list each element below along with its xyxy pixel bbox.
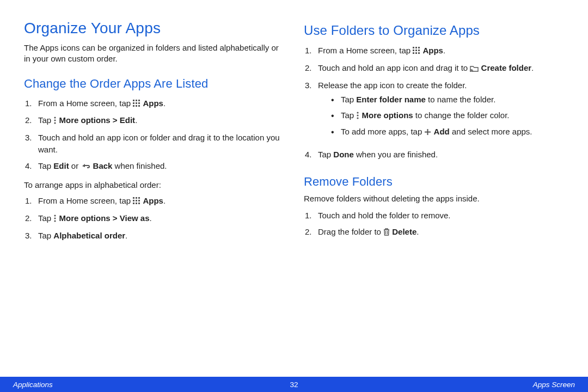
- bold: More options: [362, 111, 413, 120]
- text: To add more apps, tap: [341, 127, 424, 136]
- bold: Enter folder name: [356, 95, 426, 104]
- heading-organize: Organize Your Apps: [24, 20, 284, 37]
- svg-rect-19: [136, 203, 137, 204]
- step: Tap Edit or Back when finished.: [24, 158, 284, 175]
- svg-point-10: [54, 120, 56, 121]
- step: From a Home screen, tap Apps.: [304, 42, 564, 60]
- step: Release the app icon to create the folde…: [304, 77, 564, 146]
- svg-rect-8: [138, 105, 140, 107]
- bold: Edit: [53, 161, 69, 170]
- step: Touch and hold an app icon or folder and…: [24, 130, 284, 158]
- svg-point-36: [357, 112, 359, 113]
- delete-icon: [383, 227, 390, 239]
- bold: Apps: [422, 46, 443, 55]
- bold: More options > View as: [59, 213, 150, 223]
- svg-rect-3: [133, 102, 134, 104]
- text: From a Home screen, tap: [318, 46, 413, 55]
- steps-alphabetical: From a Home screen, tap Apps. Tap More o…: [24, 193, 284, 243]
- steps-change-order: From a Home screen, tap Apps. Tap More o…: [24, 95, 284, 175]
- svg-point-38: [357, 117, 359, 119]
- svg-rect-4: [136, 102, 137, 104]
- create-folder-icon: [470, 63, 479, 75]
- svg-rect-31: [415, 52, 417, 54]
- svg-point-11: [54, 122, 56, 124]
- svg-rect-12: [133, 197, 134, 199]
- svg-rect-27: [413, 50, 414, 51]
- svg-rect-26: [418, 47, 420, 48]
- text: .: [150, 213, 152, 223]
- svg-rect-30: [413, 52, 414, 54]
- more-options-icon: [356, 111, 359, 123]
- svg-point-21: [54, 215, 56, 216]
- bold: Done: [333, 150, 354, 159]
- bold: Apps: [143, 196, 163, 205]
- apps-grid-icon: [133, 99, 140, 111]
- svg-rect-28: [415, 50, 417, 51]
- text: Tap: [38, 115, 53, 125]
- bold: Add: [434, 127, 450, 136]
- svg-rect-5: [138, 102, 140, 104]
- text: when finished.: [112, 161, 167, 170]
- footer-left: Applications: [13, 381, 53, 389]
- text: .: [163, 99, 166, 108]
- right-column: Use Folders to Organize Apps From a Home…: [304, 20, 564, 249]
- text: Tap: [38, 213, 53, 223]
- step: Touch and hold an app icon and drag it t…: [304, 60, 564, 77]
- svg-rect-25: [415, 47, 417, 48]
- svg-point-22: [54, 217, 56, 219]
- bullet: To add more apps, tap Add and select mor…: [318, 124, 564, 141]
- svg-rect-15: [133, 200, 134, 201]
- plus-icon: [424, 127, 431, 139]
- steps-remove: Touch and hold the folder to remove. Dra…: [304, 207, 564, 241]
- text: .: [125, 231, 127, 240]
- svg-rect-6: [133, 105, 134, 107]
- svg-rect-20: [138, 203, 140, 204]
- text: to name the folder.: [426, 95, 495, 104]
- bold: Create folder: [481, 63, 532, 72]
- bold: Back: [93, 161, 113, 170]
- svg-rect-7: [136, 105, 137, 107]
- step: From a Home screen, tap Apps.: [24, 193, 284, 210]
- content-columns: Organize Your Apps The Apps icons can be…: [0, 0, 588, 249]
- page-number: 32: [290, 381, 298, 389]
- bold: More options > Edit: [59, 115, 136, 125]
- apps-grid-icon: [133, 196, 140, 208]
- text: Tap: [341, 95, 356, 104]
- more-options-icon: [53, 115, 57, 127]
- svg-point-37: [357, 114, 359, 116]
- bullet: Tap More options to change the folder co…: [318, 108, 564, 125]
- heading-remove-folders: Remove Folders: [304, 175, 564, 189]
- text: .: [163, 196, 166, 205]
- footer-right: Apps Screen: [533, 381, 575, 389]
- text: Tap: [341, 111, 356, 120]
- svg-rect-24: [413, 47, 414, 48]
- svg-rect-16: [136, 200, 137, 201]
- text: Touch and hold an app icon and drag it t…: [318, 63, 470, 72]
- svg-point-9: [54, 117, 56, 119]
- text: Tap: [318, 150, 333, 159]
- svg-rect-29: [418, 50, 420, 51]
- step: Touch and hold the folder to remove.: [304, 207, 564, 224]
- text: Release the app icon to create the folde…: [318, 81, 467, 90]
- text: .: [416, 227, 419, 236]
- step: Drag the folder to Delete.: [304, 224, 564, 241]
- text: .: [531, 63, 534, 72]
- heading-use-folders: Use Folders to Organize Apps: [304, 23, 564, 38]
- svg-rect-14: [138, 197, 140, 199]
- step: From a Home screen, tap Apps.: [24, 95, 284, 113]
- text: From a Home screen, tap: [38, 99, 133, 108]
- steps-use-folders: From a Home screen, tap Apps. Touch and …: [304, 42, 564, 163]
- text: From a Home screen, tap: [38, 196, 133, 205]
- step: Tap Alphabetical order.: [24, 228, 284, 244]
- text: .: [443, 46, 445, 55]
- text: .: [135, 115, 137, 125]
- svg-rect-32: [418, 52, 420, 54]
- text: to change the folder color.: [413, 111, 510, 120]
- text: and select more apps.: [450, 127, 532, 136]
- bullet: Tap Enter folder name to name the folder…: [318, 92, 564, 108]
- intro-text: The Apps icons can be organized in folde…: [24, 42, 284, 65]
- manual-page: Organize Your Apps The Apps icons can be…: [0, 0, 588, 392]
- back-icon: [81, 161, 90, 173]
- step: Tap More options > View as.: [24, 210, 284, 228]
- text: Drag the folder to: [318, 227, 383, 236]
